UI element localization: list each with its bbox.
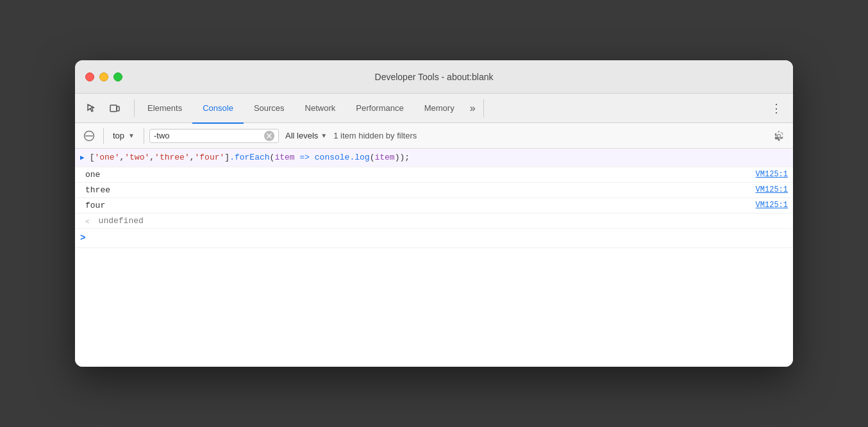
traffic-lights <box>85 72 122 81</box>
devtools-icons <box>83 99 124 117</box>
tab-sources[interactable]: Sources <box>244 94 295 124</box>
clear-filter-button[interactable]: ✕ <box>264 131 274 141</box>
console-input-row: ▶ ['one','two','three','four'].forEach(i… <box>75 149 793 167</box>
output-text-four: four <box>85 201 756 210</box>
filter-input[interactable] <box>154 131 262 140</box>
console-toolbar: top ▼ ✕ All levels ▼ 1 item hidden by fi… <box>75 123 793 149</box>
clear-console-button[interactable] <box>80 127 98 145</box>
prompt-symbol: > <box>80 233 85 243</box>
tab-memory[interactable]: Memory <box>414 94 465 124</box>
toolbar-divider-1 <box>103 128 104 144</box>
window-title: Developer Tools - about:blank <box>85 72 783 82</box>
tabs-bar: Elements Console Sources Network Perform… <box>75 94 793 123</box>
device-icon[interactable] <box>106 99 124 117</box>
context-selector[interactable]: top ▼ <box>109 130 138 142</box>
vm-link-four[interactable]: VM125:1 <box>756 201 788 210</box>
console-output-four: four VM125:1 <box>75 198 793 214</box>
svg-rect-0 <box>110 105 117 112</box>
filter-status: 1 item hidden by filters <box>333 131 767 140</box>
expand-arrow[interactable]: ▶ <box>80 153 85 162</box>
inspect-icon[interactable] <box>83 99 101 117</box>
console-settings-button[interactable] <box>770 127 788 145</box>
svg-rect-1 <box>117 106 119 111</box>
vm-link-three[interactable]: VM125:1 <box>756 185 788 194</box>
tab-elements[interactable]: Elements <box>137 94 192 124</box>
console-code-line: ['one','two','three','four'].forEach(ite… <box>90 151 788 164</box>
devtools-window: Developer Tools - about:blank Elements C… <box>75 60 793 367</box>
filter-input-wrap: ✕ <box>149 129 279 143</box>
title-bar: Developer Tools - about:blank <box>75 60 793 94</box>
console-output-one: one VM125:1 <box>75 167 793 183</box>
toolbar-divider-2 <box>144 128 144 144</box>
tab-performance[interactable]: Performance <box>346 94 413 124</box>
maximize-button[interactable] <box>113 72 122 81</box>
output-text-one: one <box>85 170 756 180</box>
console-output: ▶ ['one','two','three','four'].forEach(i… <box>75 149 793 367</box>
return-arrow: < <box>85 218 90 226</box>
console-return-row: < undefined <box>75 214 793 229</box>
tab-network[interactable]: Network <box>295 94 346 124</box>
tabs-divider <box>134 99 135 117</box>
tab-console[interactable]: Console <box>192 94 244 124</box>
close-button[interactable] <box>85 72 94 81</box>
devtools-menu-button[interactable]: ⋮ <box>767 99 785 117</box>
more-tabs-button[interactable]: » <box>465 94 481 123</box>
menu-divider <box>483 99 484 117</box>
log-levels-button[interactable]: All levels ▼ <box>281 130 331 142</box>
return-value: undefined <box>99 216 144 226</box>
vm-link-one[interactable]: VM125:1 <box>756 170 788 179</box>
console-output-three: three VM125:1 <box>75 183 793 198</box>
minimize-button[interactable] <box>99 72 108 81</box>
console-prompt-row[interactable]: > <box>75 229 793 248</box>
output-text-three: three <box>85 185 756 195</box>
